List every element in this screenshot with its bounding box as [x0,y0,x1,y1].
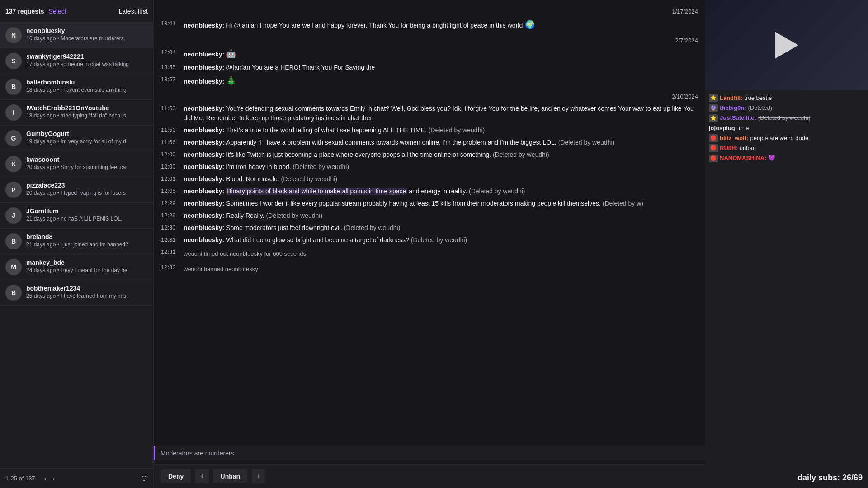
msg-text: Really Really. [226,212,264,219]
chat-message: 12:31neonbluesky: What did I do to glow … [161,234,698,246]
chat-message: 11:53neonbluesky: That's a true to the w… [161,124,698,136]
sidebar: 137 requests Select Latest first Nneonbl… [0,0,154,488]
msg-emoji: 🎄 [226,76,236,85]
msg-body: neonbluesky: Some moderators just feel d… [184,223,698,233]
sidebar-username: IWatchErobb221OnYoutube [26,104,148,112]
live-chat-badge: 🔮 [709,104,718,112]
prev-page-button[interactable]: ‹ [42,474,48,483]
live-chat-text: true [739,124,749,132]
chat-message: 11:56neonbluesky: Apparently if I have a… [161,136,698,149]
msg-deleted: (Deleted by weudhi) [409,236,467,244]
msg-deleted: (Deleted by weudhi) [264,212,322,219]
msg-deleted: (Deleted by weudhi) [291,163,349,170]
unban-button[interactable]: Unban [213,469,248,483]
system-msg: weudhi timed out neonbluesky for 600 sec… [184,248,306,260]
msg-body: neonbluesky: 🎄 [184,75,698,87]
chat-message: 12:04neonbluesky: 🤖 [161,47,698,61]
msg-deleted: (Deleted by w) [601,200,643,207]
sidebar-user-item[interactable]: JJGarnHum21 days ago • he haS A LIL PENI… [0,203,153,229]
select-button[interactable]: Select [49,8,66,15]
page-navigation: ‹ › [42,474,57,483]
sidebar-item-meta: 20 days ago • I typed "vaping is for los… [26,190,148,196]
msg-body: neonbluesky: Really Really. (Deleted by … [184,211,698,221]
live-chat-message: 🔮thebig0n:(Deleted) [709,104,864,112]
sidebar-user-item[interactable]: Bbobthemaker123425 days ago • I have lea… [0,280,153,306]
avatar: M [5,259,22,275]
msg-body: neonbluesky: Binary points of black and … [184,187,698,196]
live-chat-username: thebig0n: [720,104,746,112]
live-chat-badge: 🔴 [709,155,718,162]
sidebar-header: 137 requests Select Latest first [0,0,153,23]
live-chat-message: 🔴NANOMASHINA:💜 [709,154,864,162]
msg-text: I'm iron heavy in blood. [226,163,291,170]
msg-text: Hi @fanfan I hope You are well and happy… [226,22,523,29]
chat-message: 12:05neonbluesky: Binary points of black… [161,185,698,197]
video-panel: ⭐Landfill:true bestie🔮thebig0n:(Deleted)… [705,0,868,488]
sidebar-username: bobthemaker1234 [26,285,148,292]
avatar: B [5,233,22,249]
sidebar-user-item[interactable]: Sswankytiger94222117 days ago • someone … [0,48,153,74]
unban-plus-button[interactable]: + [252,469,265,483]
chat-message: 12:00neonbluesky: I'm iron heavy in bloo… [161,161,698,173]
live-chat-messages: ⭐Landfill:true bestie🔮thebig0n:(Deleted)… [709,94,864,484]
msg-text: Sometimes I wonder if like every popular… [226,200,601,207]
sort-selector[interactable]: Latest first [118,8,148,15]
sidebar-item-meta: 18 days ago • i havent even said anythin… [26,87,148,93]
live-chat-text: people are weird dude [750,134,809,142]
avatar: I [5,104,22,121]
live-chat-badge: 🔴 [709,144,718,152]
ban-reason: Moderators are murderers. [154,446,705,460]
sidebar-item-info: breland821 days ago • i just joined and … [26,233,148,248]
msg-body: neonbluesky: Sometimes I wonder if like … [184,199,698,208]
sidebar-item-meta: 20 days ago • Sorry for spamming feet ca [26,164,148,170]
live-chat-username: jojosplug: [709,124,737,132]
sidebar-user-item[interactable]: Bbreland821 days ago • i just joined and… [0,229,153,254]
sidebar-user-item[interactable]: Nneonbluesky16 days ago • Moderators are… [0,23,153,48]
msg-time: 12:05 [161,187,180,196]
sidebar-username: breland8 [26,233,148,240]
avatar: B [5,285,22,301]
sidebar-item-info: neonbluesky16 days ago • Moderators are … [26,27,148,42]
msg-text: That's a true to the word telling of wha… [226,127,427,134]
sidebar-user-item[interactable]: Ppizzaface22320 days ago • I typed "vapi… [0,177,153,203]
chat-message: 12:29neonbluesky: Really Really. (Delete… [161,210,698,222]
deny-plus-button[interactable]: + [195,469,208,483]
msg-username: neonbluesky: [184,78,226,85]
sidebar-item-info: swankytiger94222117 days ago • someone i… [26,53,148,67]
sidebar-item-info: bobthemaker123425 days ago • I have lear… [26,285,148,299]
live-chat-text: (Deleted by weudhi) [758,114,811,122]
live-chat-message: jojosplug:true [709,124,864,132]
sidebar-user-item[interactable]: IIWatchErobb221OnYoutube18 days ago • tr… [0,100,153,126]
msg-time: 12:32 [161,263,180,272]
play-button[interactable] [775,32,798,59]
sidebar-item-info: kwasooont20 days ago • Sorry for spammin… [26,156,148,170]
sidebar-user-item[interactable]: Bballerbombinski18 days ago • i havent e… [0,74,153,100]
sidebar-username: ballerbombinski [26,79,148,86]
live-chat-badge: ⭐ [709,94,718,102]
msg-body: neonbluesky: Blood. Not muscle. (Deleted… [184,174,698,184]
msg-text: Apparently if I have a problem with sexu… [226,139,557,146]
avatar: K [5,156,22,172]
chat-message: 12:29neonbluesky: Sometimes I wonder if … [161,197,698,210]
action-bar: Deny + Unban + [154,464,705,488]
msg-body: neonbluesky: I'm iron heavy in blood. (D… [184,162,698,172]
live-chat-text: 💜 [768,154,775,162]
sidebar-item-info: pizzaface22320 days ago • I typed "vapin… [26,182,148,196]
sidebar-item-meta: 19 days ago • Im very sorry for all of m… [26,138,148,145]
deny-button[interactable]: Deny [161,469,191,483]
msg-time: 12:31 [161,248,180,257]
daily-subs: daily subs: 26/69 [797,473,863,483]
msg-body: neonbluesky: 🤖 [184,48,698,60]
msg-time: 11:53 [161,104,180,113]
chat-message: 12:00neonbluesky: It's like Twitch is ju… [161,149,698,161]
next-page-button[interactable]: › [51,474,57,483]
sidebar-user-item[interactable]: Mmankey_bde24 days ago • Heyy I meant fo… [0,254,153,280]
live-chat-message: ⭐Landfill:true bestie [709,94,864,102]
live-chat-text: unban [740,144,756,152]
live-chat-panel: ⭐Landfill:true bestie🔮thebig0n:(Deleted)… [705,90,868,488]
msg-time: 12:30 [161,223,180,232]
sidebar-user-item[interactable]: Kkwasooont20 days ago • Sorry for spammi… [0,151,153,177]
msg-username: neonbluesky: [184,212,226,219]
sidebar-item-info: JGarnHum21 days ago • he haS A LIL PENIS… [26,207,148,222]
sidebar-user-item[interactable]: GGumbyGogurt19 days ago • Im very sorry … [0,126,153,151]
